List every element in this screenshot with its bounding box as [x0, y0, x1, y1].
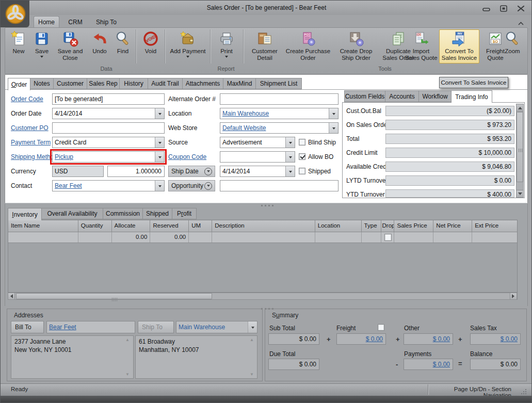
tab-attachments[interactable]: Attachments [182, 78, 223, 89]
scroll-right-button[interactable] [510, 293, 517, 300]
minimize-button[interactable] [482, 5, 491, 14]
payment-term-label[interactable]: Payment Term [11, 139, 51, 146]
app-logo-button[interactable] [5, 3, 26, 25]
dropdown-arrow-icon[interactable] [329, 123, 338, 133]
dropdown-arrow-icon[interactable] [155, 152, 164, 162]
scroll-up-button[interactable] [516, 104, 524, 111]
other-field[interactable]: $ 0.00 [404, 333, 453, 345]
undo-button[interactable]: Undo [88, 29, 111, 63]
payments-field[interactable]: $ 0.00 [404, 359, 453, 370]
add-payment-button[interactable]: Add Payment [168, 29, 208, 63]
save-button[interactable]: Save [30, 29, 53, 63]
field-chooser-icon[interactable] [204, 168, 212, 175]
add-payment-dropdown-arrow-icon[interactable] [186, 56, 189, 59]
void-button[interactable]: VOID Void [139, 29, 163, 63]
currency-rate-input[interactable]: 1.000000 [107, 166, 165, 177]
dropdown-arrow-icon[interactable] [248, 321, 257, 333]
opportunity-selector[interactable]: Opportunity [168, 180, 215, 191]
save-dropdown-arrow-icon[interactable] [40, 56, 43, 59]
scroll-left-button[interactable] [8, 293, 15, 300]
ship-date-combo[interactable]: 4/14/2014 [220, 166, 295, 177]
col-reserved[interactable]: Reserved [150, 220, 189, 232]
dropdown-arrow-icon[interactable] [155, 181, 164, 191]
tab-profit[interactable]: Profit [172, 208, 197, 219]
allow-bo-checkbox[interactable] [299, 153, 305, 160]
col-sales-price[interactable]: Sales Price [394, 220, 433, 232]
close-button[interactable] [517, 5, 525, 14]
col-item-name[interactable]: Item Name [8, 220, 78, 232]
reserved-cell[interactable]: 0.00 [150, 232, 189, 243]
customer-po-label[interactable]: Customer PO [11, 124, 49, 132]
freight-field[interactable]: $ 0.00 [336, 333, 386, 345]
tab-audit-trail[interactable]: Audit Trail [148, 78, 183, 89]
col-drop[interactable]: Drop [381, 220, 395, 232]
tab-customer[interactable]: Customer [53, 78, 87, 89]
ship-to-location-combo[interactable]: Main Warehouse [176, 321, 257, 333]
drop-cell[interactable] [381, 232, 395, 243]
create-purchase-order-button[interactable]: PO Create Purchase Order [283, 29, 333, 63]
tab-history[interactable]: History [119, 78, 148, 89]
order-code-label[interactable]: Order Code [11, 95, 43, 103]
dropdown-arrow-icon[interactable] [329, 108, 338, 119]
web-store-combo[interactable]: Default Website [220, 122, 338, 134]
contact-combo[interactable]: Bear Feet [52, 180, 165, 191]
blind-ship-checkbox[interactable] [299, 139, 305, 146]
order-code-input[interactable]: [To be generated] [52, 93, 165, 105]
print-button[interactable]: Print [213, 29, 240, 63]
tab-overall-availability[interactable]: Overall Availability [41, 208, 103, 219]
bill-to-button[interactable]: Bill To [11, 321, 44, 333]
coupon-code-label[interactable]: Coupon Code [168, 153, 206, 160]
col-um[interactable]: UM [189, 220, 212, 232]
tab-custom-fields[interactable]: Custom Fields [344, 90, 385, 102]
drop-checkbox[interactable] [384, 234, 392, 241]
tab-notes[interactable]: Notes [30, 78, 54, 89]
col-ext-price[interactable]: Ext Price [472, 220, 517, 232]
customer-po-input[interactable] [52, 122, 165, 134]
inventory-grid[interactable]: Item Name Quantity Allocate Reserved UM … [8, 220, 518, 293]
dropdown-arrow-icon[interactable] [285, 137, 295, 148]
tab-accounts[interactable]: Accounts [385, 90, 419, 102]
scroll-up-arrow-icon[interactable]: ▲ [125, 337, 130, 342]
alternate-order-input[interactable] [220, 93, 338, 105]
ribbon-tab-ship-to[interactable]: Ship To [91, 16, 121, 28]
sales-tax-field[interactable]: $ 0.00 [470, 333, 521, 345]
shipping-method-label[interactable]: Shipping Method [11, 153, 57, 160]
scroll-down-button[interactable] [516, 190, 524, 198]
tab-shipped[interactable]: Shipped [142, 208, 172, 219]
order-date-combo[interactable]: 4/14/2014 [52, 108, 165, 119]
ribbon-tab-home[interactable]: Home [34, 16, 59, 28]
convert-to-sales-invoice-button[interactable]: INV Convert To Sales Invoice [439, 29, 479, 63]
field-chooser-icon[interactable] [204, 182, 212, 190]
col-type[interactable]: Type [362, 220, 381, 232]
section-splitter[interactable] [260, 199, 275, 208]
find-button[interactable]: Find [111, 29, 135, 63]
tab-order[interactable]: Order [8, 78, 30, 90]
dropdown-arrow-icon[interactable] [155, 137, 164, 148]
scrollbar-thumb[interactable] [517, 112, 523, 182]
col-location[interactable]: Location [315, 220, 362, 232]
ship-date-selector[interactable]: Ship Date [168, 166, 215, 177]
ribbon-tab-crm[interactable]: CRM [63, 16, 87, 28]
shipped-checkbox[interactable] [299, 168, 305, 174]
allocate-cell[interactable]: 0.00 [112, 232, 151, 243]
tab-sales-rep[interactable]: Sales Rep [87, 78, 120, 89]
print-dropdown-arrow-icon[interactable] [225, 56, 228, 59]
scroll-down-arrow-icon[interactable]: ▼ [250, 372, 254, 377]
bill-to-address-box[interactable]: 2377 Joanne Lane New York, NY 10001 [11, 335, 134, 379]
col-description[interactable]: Description [212, 220, 315, 232]
scroll-up-arrow-icon[interactable]: ▲ [250, 337, 254, 342]
payment-term-combo[interactable]: Credit Card [52, 137, 165, 148]
create-drop-ship-order-button[interactable]: Create Drop Ship Order [334, 29, 378, 63]
tab-inventory[interactable]: Inventory [8, 208, 42, 220]
scroll-down-arrow-icon[interactable]: ▼ [125, 372, 130, 377]
bill-to-name-field[interactable]: Bear Feet [46, 321, 135, 333]
ship-to-address-box[interactable]: 61 Broadway Manhattan, NY 10007 [135, 335, 257, 379]
customer-detail-button[interactable]: Customer Detail [247, 29, 282, 63]
col-allocate[interactable]: Allocate [112, 220, 151, 232]
col-net-price[interactable]: Net Price [433, 220, 472, 232]
dropdown-arrow-icon[interactable] [155, 108, 164, 119]
grid-data-row[interactable]: 0.00 0.00 [8, 232, 517, 243]
save-and-close-button[interactable]: Save and Close [53, 29, 87, 63]
tab-trading-info[interactable]: Trading Info [451, 90, 492, 103]
tab-shipment-list[interactable]: Shipment List [255, 78, 302, 89]
